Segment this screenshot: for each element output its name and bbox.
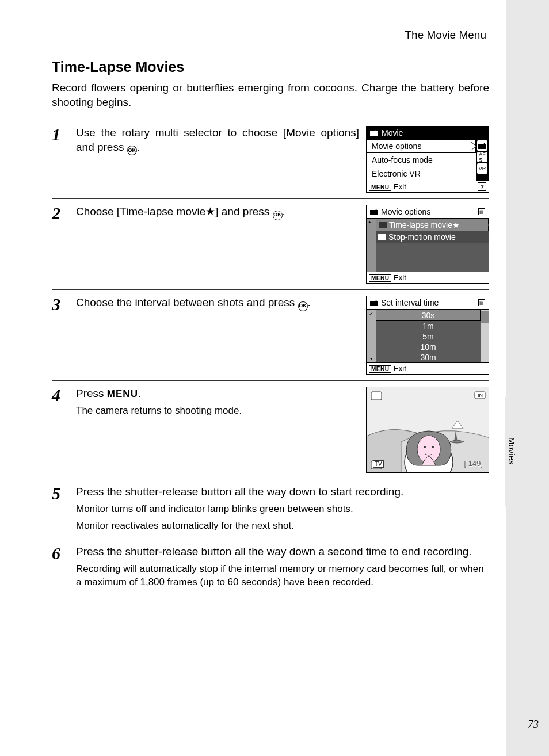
movie-icon	[370, 130, 378, 136]
ok-icon: OK	[298, 301, 308, 311]
step-instruction: Choose [Time-lapse movie★] and press OK.	[76, 205, 359, 284]
scroll-tab	[367, 219, 376, 272]
step-number: 3	[52, 296, 68, 375]
step-note: The camera returns to shooting mode.	[76, 404, 359, 418]
menu-item-evr: Electronic VR	[367, 167, 476, 181]
menu-badge: MENU	[369, 365, 391, 373]
card-icon: ▤	[478, 299, 485, 306]
side-icon: AFS	[477, 152, 487, 162]
movie-icon	[370, 209, 378, 215]
film-icon	[378, 234, 386, 240]
step-2: 2 Choose [Time-lapse movie★] and press O…	[52, 198, 489, 289]
step-6: 6 Press the shutter-release button all t…	[52, 539, 489, 595]
interval-30m: 30m	[376, 352, 481, 362]
camera-screen-movie-menu: Movie Movie options Auto-focus mode Elec…	[366, 126, 489, 193]
step-5: 5 Press the shutter-release button all t…	[52, 479, 489, 539]
option-timelapse: Time-lapse movie★	[376, 219, 489, 231]
interval-10m: 10m	[376, 342, 481, 352]
camera-screen-movie-options: Movie options ▤ Time-lapse movie★ Stop-m…	[366, 205, 489, 284]
side-icon: VR	[477, 163, 487, 174]
ok-icon: OK	[127, 146, 137, 155]
screen-title: Movie options	[381, 207, 430, 216]
screen-title: Set interval time	[381, 298, 439, 307]
tv-badge: TV	[373, 460, 384, 468]
step-instruction: Choose the interval between shots and pr…	[76, 296, 359, 375]
menu-word: MENU	[107, 388, 138, 399]
svg-point-4	[424, 446, 426, 448]
side-icon	[477, 140, 487, 151]
camera-screen-shooting: TV IN [ 149]	[366, 387, 489, 473]
svg-point-5	[432, 446, 434, 448]
exit-label: Exit	[394, 364, 406, 373]
step-note: Monitor reactivates automatically for th…	[76, 520, 489, 533]
page-title: Time-Lapse Movies	[52, 59, 489, 75]
step-number: 5	[52, 485, 68, 533]
screen-title: Movie	[382, 128, 403, 138]
interval-5m: 5m	[376, 331, 481, 342]
step-number: 4	[52, 387, 68, 473]
side-icons: AFS VR	[476, 139, 489, 181]
exit-label: Exit	[394, 273, 406, 282]
ok-icon: OK	[273, 211, 283, 220]
chapter-tab-label: Movies	[507, 437, 517, 465]
option-stopmotion: Stop-motion movie	[376, 231, 489, 243]
help-icon: ?	[478, 182, 486, 191]
in-badge: IN	[478, 392, 483, 398]
chapter-heading: The Movie Menu	[52, 29, 489, 41]
scroll-tab: ✓▾	[367, 310, 376, 362]
step-instruction: Use the rotary multi selector to choose …	[76, 126, 359, 193]
camera-screen-interval: Set interval time ▤ ✓▾ 30s 1m 5m 10m 30m	[366, 296, 489, 375]
menu-item-af-mode: Auto-focus mode	[367, 153, 476, 167]
step-number: 6	[52, 545, 68, 589]
exit-label: Exit	[394, 182, 406, 191]
menu-item-movie-options: Movie options	[367, 139, 476, 153]
step-instruction: Press the shutter-release button all the…	[76, 485, 489, 533]
step-4: 4 Press MENU. The camera returns to shoo…	[52, 380, 489, 479]
step-3: 3 Choose the interval between shots and …	[52, 289, 489, 380]
menu-badge: MENU	[369, 184, 391, 191]
step-number: 2	[52, 205, 68, 284]
frame-counter: [ 149]	[464, 459, 483, 468]
menu-badge: MENU	[369, 274, 391, 282]
step-instruction: Press the shutter-release button all the…	[76, 545, 489, 589]
interval-30s: 30s	[376, 310, 481, 321]
step-note: Recording will automatically stop if the…	[76, 563, 489, 589]
movie-icon	[370, 300, 378, 306]
page-number: 73	[528, 718, 539, 731]
step-1: 1 Use the rotary multi selector to choos…	[52, 120, 489, 198]
step-note: Monitor turns off and indicator lamp bli…	[76, 503, 489, 516]
interval-1m: 1m	[376, 321, 481, 331]
intro-text: Record flowers opening or butterflies em…	[52, 81, 489, 109]
step-number: 1	[52, 126, 68, 193]
scrollbar	[481, 310, 489, 362]
svg-rect-6	[371, 392, 382, 400]
card-icon: ▤	[478, 208, 485, 215]
step-instruction: Press MENU. The camera returns to shooti…	[76, 387, 359, 473]
film-icon	[379, 222, 387, 228]
